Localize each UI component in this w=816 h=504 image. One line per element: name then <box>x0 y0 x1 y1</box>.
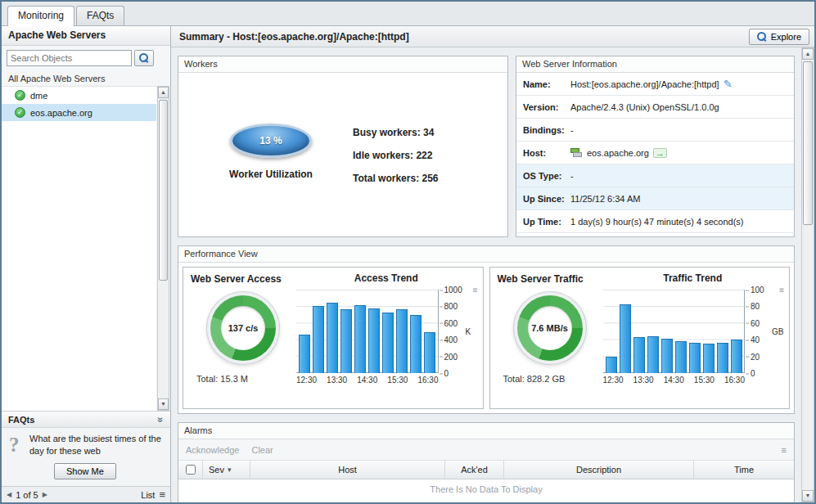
workers-panel: Workers 13 % Worker Utilization Busy wor… <box>178 56 508 237</box>
sort-dropdown-icon: ▾ <box>228 466 232 474</box>
go-to-host-icon[interactable]: → <box>653 148 667 158</box>
total-workers-stat: Total workers: 256 <box>353 173 439 184</box>
chart-bar <box>633 337 645 373</box>
scrollbar-thumb[interactable] <box>803 61 813 225</box>
select-all-column <box>178 461 203 479</box>
chart-bar <box>368 308 380 373</box>
worker-utilization-label: Worker Utilization <box>201 169 340 180</box>
column-acked[interactable]: Ack'ed <box>445 461 504 479</box>
info-value: Apache/2.4.3 (Unix) OpenSSL/1.0.0g <box>570 102 719 112</box>
show-me-button[interactable]: Show Me <box>54 463 116 479</box>
list-view-icon[interactable]: ≡ <box>159 488 165 501</box>
traffic-rate-value: 7.6 MB/s <box>517 295 583 361</box>
y-axis-tick-label: 100 <box>751 286 764 295</box>
collapse-chevron-icon[interactable]: » <box>156 416 167 422</box>
info-label: Bindings: <box>516 125 570 135</box>
acknowledge-button[interactable]: Acknowledge <box>186 445 239 455</box>
app-body: Apache Web Servers All Apache Web Server… <box>2 26 814 502</box>
workers-body: 13 % Worker Utilization Busy workers: 34… <box>178 73 507 236</box>
list-item-eos-apache-org[interactable]: ✓ eos.apache.org <box>2 104 156 121</box>
info-value: - <box>570 125 574 135</box>
y-axis-tick-label: 20 <box>751 352 760 361</box>
sidebar: Apache Web Servers All Apache Web Server… <box>2 26 171 502</box>
workers-panel-title: Workers <box>178 56 507 73</box>
scroll-down-arrow[interactable]: ▼ <box>802 490 814 502</box>
column-severity[interactable]: Sev ▾ <box>203 461 250 479</box>
alarms-table-header: Sev ▾ Host Ack'ed Description Time <box>178 461 794 479</box>
main-scrollbar[interactable]: ▲ ▼ <box>801 47 814 502</box>
web-server-access-panel: Web Server Access 137 c/s Total: 15.3 M … <box>183 267 484 409</box>
list-item-dme[interactable]: ✓ dme <box>2 87 156 104</box>
x-axis: 12:3013:3014:3015:3016:30 <box>603 376 746 385</box>
chart-title: Traffic Trend <box>603 272 783 284</box>
stat-value: 256 <box>422 173 438 184</box>
x-axis-tick-label: 12:30 <box>603 376 624 385</box>
traffic-rate-gauge: 7.6 MB/s <box>517 295 583 361</box>
scrollbar-thumb[interactable] <box>159 100 168 281</box>
chart-bar <box>703 344 715 373</box>
worker-stats: Busy workers: 34 Idle workers: 222 Total… <box>353 127 439 196</box>
x-axis-tick-label: 12:30 <box>296 376 317 385</box>
x-axis-tick-label: 14:30 <box>664 376 684 385</box>
alarms-panel: Alarms Acknowledge Clear ≡ Sev ▾ <box>178 422 795 502</box>
host-link[interactable]: eos.apache.org <box>587 148 649 158</box>
faqts-question: What are the busiest times of the day fo… <box>29 433 165 457</box>
chart-bar <box>689 343 701 373</box>
info-row-version: Version: Apache/2.4.3 (Unix) OpenSSL/1.0… <box>516 96 794 119</box>
chart-bar <box>410 315 422 373</box>
tab-monitoring[interactable]: Monitoring <box>7 6 74 26</box>
stat-value: 222 <box>416 150 432 161</box>
scroll-up-arrow[interactable]: ▲ <box>158 87 169 98</box>
info-row-up-since: Up Since: 11/25/12 6:34 AM <box>516 187 794 210</box>
x-axis-tick-label: 15:30 <box>387 376 408 385</box>
tab-faqts[interactable]: FAQts <box>76 6 124 25</box>
bar-series <box>296 290 439 373</box>
column-time[interactable]: Time <box>694 461 794 479</box>
bar-series <box>603 290 746 373</box>
faqts-header[interactable]: FAQts » <box>2 411 170 428</box>
app-window: Monitoring FAQts Apache Web Servers All … <box>0 0 816 504</box>
stat-label: Busy workers: <box>353 127 421 138</box>
y-axis-tick-label: 600 <box>444 318 458 327</box>
faqts-section: FAQts » ? What are the busiest times of … <box>2 411 170 486</box>
stat-label: Total workers: <box>353 173 419 184</box>
pager-prev-icon[interactable]: ◀ <box>7 491 11 498</box>
table-options-icon[interactable]: ≡ <box>782 445 787 455</box>
info-label: OS Type: <box>516 171 570 181</box>
column-host[interactable]: Host <box>250 461 445 479</box>
column-description[interactable]: Description <box>504 461 694 479</box>
chart-bar <box>354 305 366 373</box>
stat-label: Idle workers: <box>353 150 413 161</box>
info-row-host: Host: eos.apache.org → <box>516 142 794 164</box>
pager-next-icon[interactable]: ▶ <box>43 491 47 498</box>
search-input[interactable] <box>7 50 132 66</box>
x-axis-tick-label: 16:30 <box>724 376 745 385</box>
search-button[interactable] <box>134 50 154 66</box>
alarms-toolbar: Acknowledge Clear ≡ <box>178 439 794 461</box>
server-list: ✓ dme ✓ eos.apache.org <box>2 86 156 411</box>
scroll-up-arrow[interactable]: ▲ <box>802 48 814 60</box>
faqts-title: FAQts <box>8 415 34 425</box>
scroll-down-arrow[interactable]: ▼ <box>158 398 169 410</box>
clear-button[interactable]: Clear <box>251 445 273 455</box>
access-gauge-title: Web Server Access <box>191 273 282 285</box>
chart-bar <box>396 309 408 373</box>
y-axis-tick-label: 400 <box>444 335 458 344</box>
y-axis-tick-label: 1000 <box>444 286 462 295</box>
explore-button[interactable]: Explore <box>749 29 809 45</box>
sidebar-scrollbar[interactable]: ▲ ▼ <box>157 86 169 411</box>
info-row-name: Name: Host:[eos.apache.org]/Apache:[http… <box>516 73 794 96</box>
info-label: Version: <box>516 102 570 112</box>
y-axis-tick-label: 60 <box>751 318 760 327</box>
edit-pencil-icon[interactable]: ✎ <box>724 78 733 90</box>
server-list-title: All Apache Web Servers <box>2 70 170 86</box>
y-axis-tick-label: 80 <box>751 302 760 311</box>
chart-bar <box>299 335 310 373</box>
info-value: Host:[eos.apache.org]/Apache:[httpd] <box>570 79 719 89</box>
server-name: dme <box>30 91 47 101</box>
chart-bar <box>382 313 394 373</box>
chart-bar <box>661 339 673 373</box>
select-all-checkbox[interactable] <box>186 465 196 475</box>
sidebar-title: Apache Web Servers <box>2 26 170 46</box>
chart-bar <box>313 306 324 373</box>
